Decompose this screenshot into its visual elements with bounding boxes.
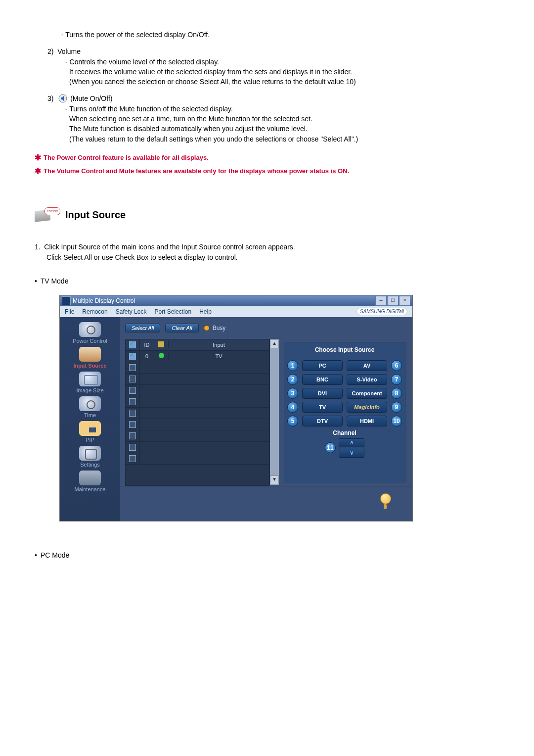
source-dvi-button[interactable]: DVI xyxy=(302,388,343,399)
info-bulb-icon xyxy=(378,492,393,510)
nav-input-source[interactable]: Input Source xyxy=(63,347,117,369)
channel-badge-11: 11 xyxy=(325,442,336,453)
source-pc-button[interactable]: PC xyxy=(302,360,343,371)
source-dtv-button[interactable]: DTV xyxy=(302,416,343,426)
source-av-button[interactable]: AV xyxy=(347,360,387,371)
row-id: 0 xyxy=(140,353,154,359)
nav-pip[interactable]: PIP xyxy=(63,421,117,443)
source-component-button[interactable]: Component xyxy=(347,388,387,399)
close-button[interactable]: × xyxy=(399,296,410,306)
channel-down-button[interactable]: ∨ xyxy=(339,449,364,458)
callout-badge-4: 4 xyxy=(287,402,298,413)
select-all-button[interactable]: Select All xyxy=(125,324,160,332)
header-checkbox[interactable] xyxy=(129,341,136,348)
table-row[interactable] xyxy=(126,385,269,396)
menu-help[interactable]: Help xyxy=(199,308,212,315)
input-source-icon xyxy=(79,347,101,362)
volume-heading: 2) Volume xyxy=(30,47,504,56)
menu-file[interactable]: File xyxy=(65,308,74,315)
row-checkbox[interactable] xyxy=(129,376,136,382)
pc-mode-label: • PC Mode xyxy=(30,551,504,559)
busy-indicator: Busy xyxy=(204,325,226,331)
minimize-button[interactable]: – xyxy=(375,296,387,306)
maintenance-icon xyxy=(79,471,101,485)
nav-label: Maintenance xyxy=(63,486,117,492)
info-footer xyxy=(120,486,412,516)
row-checkbox[interactable] xyxy=(129,455,136,462)
source-hdmi-button[interactable]: HDMI xyxy=(347,416,387,426)
row-checkbox[interactable] xyxy=(129,387,136,394)
callout-badge-10: 10 xyxy=(391,416,402,426)
nav-label: Input Source xyxy=(63,363,117,369)
source-s-video-button[interactable]: S-Video xyxy=(347,374,387,385)
nav-settings[interactable]: Settings xyxy=(63,446,117,468)
volume-l3: (When you cancel the selection or choose… xyxy=(30,77,504,87)
mute-l2: When selecting one set at a time, turn o… xyxy=(30,114,504,124)
row-checkbox[interactable] xyxy=(129,410,136,417)
star-note-1: ✱The Power Control feature is available … xyxy=(30,151,504,164)
clear-all-button[interactable]: Clear All xyxy=(165,324,198,332)
image-size-icon xyxy=(79,372,101,386)
volume-l1: - Controls the volume level of the selec… xyxy=(30,57,504,67)
row-checkbox[interactable] xyxy=(129,444,136,451)
nav-label: Power Control xyxy=(63,338,117,344)
maximize-button[interactable]: □ xyxy=(387,296,399,306)
menu-remocon[interactable]: Remocon xyxy=(82,308,107,315)
power-icon xyxy=(79,322,101,337)
mute-l4: (The values return to the default settin… xyxy=(30,134,504,144)
table-row[interactable] xyxy=(126,453,269,465)
toolbar: Select All Clear All Busy xyxy=(120,317,412,339)
side-nav: Power Control Input Source Image Size Ti… xyxy=(60,317,120,521)
row-checkbox[interactable] xyxy=(129,398,136,405)
power-line1: - Turns the power of the selected displa… xyxy=(30,30,504,40)
scroll-up-button[interactable]: ▲ xyxy=(270,339,279,348)
source-tv-button[interactable]: TV xyxy=(302,402,343,413)
scroll-down-button[interactable]: ▼ xyxy=(270,475,279,484)
table-row[interactable]: 0TV xyxy=(126,351,269,362)
window-icon xyxy=(62,296,71,305)
channel-up-button[interactable]: ∧ xyxy=(339,438,364,447)
section-icon: check! xyxy=(35,207,58,222)
callout-badge-9: 9 xyxy=(391,402,402,413)
grid-header-input: Input xyxy=(169,342,269,348)
callout-badge-8: 8 xyxy=(391,388,402,399)
table-row[interactable] xyxy=(126,419,269,430)
nav-maintenance[interactable]: Maintenance xyxy=(63,471,117,492)
callout-badge-6: 6 xyxy=(391,360,402,371)
table-row[interactable] xyxy=(126,442,269,453)
callout-badge-5: 5 xyxy=(287,416,298,426)
nav-time[interactable]: Time xyxy=(63,396,117,418)
time-icon xyxy=(79,396,101,411)
row-input: TV xyxy=(169,353,269,359)
grid-scrollbar[interactable]: ▲ ▼ xyxy=(269,339,279,485)
star-note-2: ✱The Volume Control and Mute features ar… xyxy=(30,164,504,178)
mute-heading: 3) (Mute On/Off) xyxy=(30,94,504,103)
mute-l3: The Mute function is disabled automatica… xyxy=(30,124,504,134)
tv-mode-label: • TV Mode xyxy=(30,277,504,285)
table-row[interactable] xyxy=(126,430,269,442)
nav-image-size[interactable]: Image Size xyxy=(63,372,117,393)
channel-label: Channel xyxy=(287,429,402,436)
nav-label: Image Size xyxy=(63,387,117,393)
menu-port-selection[interactable]: Port Selection xyxy=(154,308,191,315)
section-title: Input Source xyxy=(65,209,126,221)
table-row[interactable] xyxy=(126,408,269,419)
row-checkbox[interactable] xyxy=(129,353,136,360)
source-magicinfo-button[interactable]: MagicInfo xyxy=(347,402,387,413)
row-checkbox[interactable] xyxy=(129,432,136,439)
table-row[interactable] xyxy=(126,374,269,385)
nav-power-control[interactable]: Power Control xyxy=(63,322,117,344)
callout-badge-1: 1 xyxy=(287,360,298,371)
menu-safety-lock[interactable]: Safety Lock xyxy=(116,308,147,315)
choose-input-source-panel: Choose Input Source 1PCAV62BNCS-Video73D… xyxy=(284,342,405,482)
choose-input-title: Choose Input Source xyxy=(287,346,402,353)
table-row[interactable] xyxy=(126,362,269,374)
table-row[interactable] xyxy=(126,396,269,408)
callout-badge-3: 3 xyxy=(287,388,298,399)
window-title: Multiple Display Control xyxy=(73,297,135,304)
row-checkbox[interactable] xyxy=(129,421,136,428)
row-checkbox[interactable] xyxy=(129,364,136,371)
mute-l1: - Turns on/off the Mute function of the … xyxy=(30,104,504,114)
source-bnc-button[interactable]: BNC xyxy=(302,374,343,385)
display-grid: ID Input 0TV xyxy=(125,339,269,486)
